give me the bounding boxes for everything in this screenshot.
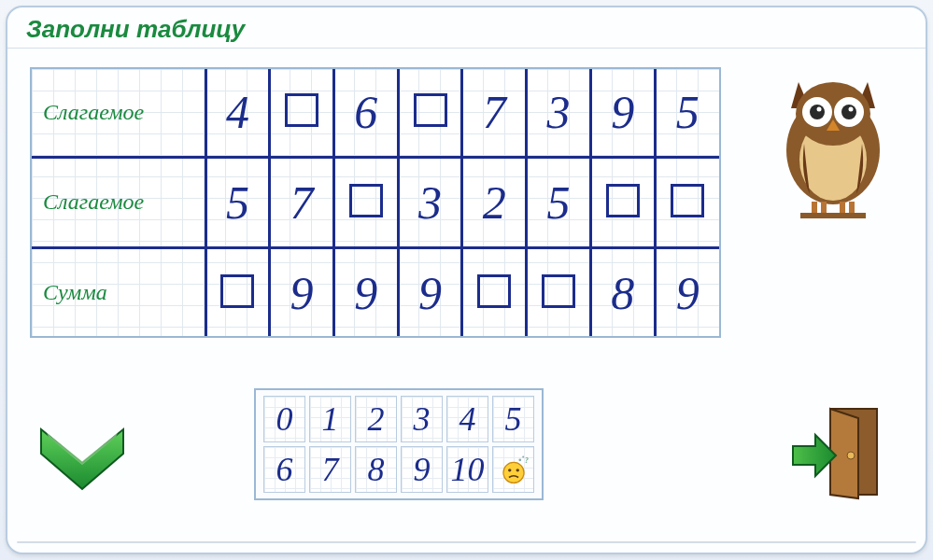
page-title: Заполни таблицу xyxy=(26,15,245,43)
cell-blank[interactable] xyxy=(655,157,719,247)
cell[interactable]: 7 xyxy=(270,157,334,247)
cell[interactable]: 5 xyxy=(655,69,719,157)
palette-row: 0 1 2 3 4 5 xyxy=(262,396,536,442)
exit-button[interactable] xyxy=(789,403,892,502)
owl-mascot-icon xyxy=(772,71,894,220)
palette-digit-5[interactable]: 5 xyxy=(492,396,534,442)
cell-blank[interactable] xyxy=(590,157,655,247)
row-label: Слагаемое xyxy=(32,69,205,157)
cell[interactable]: 6 xyxy=(333,69,398,157)
palette-digit-10[interactable]: 10 xyxy=(446,446,488,493)
cell[interactable]: 9 xyxy=(270,248,334,336)
palette-digit-4[interactable]: 4 xyxy=(446,396,488,442)
svg-point-7 xyxy=(810,105,825,119)
palette-digit-1[interactable]: 1 xyxy=(309,396,351,442)
math-table-container: Слагаемое 4 6 7 3 9 5 Слагаемое 5 7 3 2 xyxy=(30,67,721,338)
door-exit-icon xyxy=(789,403,892,502)
palette-digit-7[interactable]: 7 xyxy=(309,446,351,493)
svg-point-9 xyxy=(817,107,822,112)
bottom-divider xyxy=(17,541,916,543)
svg-point-17 xyxy=(502,462,523,483)
palette-digit-2[interactable]: 2 xyxy=(355,396,397,442)
svg-rect-13 xyxy=(821,202,827,215)
cell[interactable]: 9 xyxy=(333,248,398,336)
cell-blank[interactable] xyxy=(527,248,591,336)
svg-text:?: ? xyxy=(524,456,528,465)
check-chevron-icon xyxy=(34,422,131,493)
content-area: Слагаемое 4 6 7 3 9 5 Слагаемое 5 7 3 2 xyxy=(7,49,926,534)
cell[interactable]: 9 xyxy=(590,69,655,157)
cell-blank[interactable] xyxy=(270,69,334,157)
palette-digit-3[interactable]: 3 xyxy=(401,396,443,442)
cell[interactable]: 4 xyxy=(205,69,270,157)
cell-blank[interactable] xyxy=(398,69,462,157)
svg-rect-15 xyxy=(849,202,855,215)
title-bar: Заполни таблицу xyxy=(7,7,926,49)
cell-blank[interactable] xyxy=(333,157,398,247)
cell[interactable]: 7 xyxy=(462,69,527,157)
table-row-sum: Сумма 9 9 9 8 9 xyxy=(32,248,719,336)
check-button[interactable] xyxy=(34,422,131,493)
svg-point-10 xyxy=(849,107,854,112)
palette-row: 6 7 8 9 10 ? xyxy=(262,446,536,493)
svg-rect-14 xyxy=(840,202,845,215)
table-row-addend2: Слагаемое 5 7 3 2 5 xyxy=(32,157,719,247)
cell[interactable]: 3 xyxy=(527,69,591,157)
svg-point-20 xyxy=(518,458,521,461)
cell[interactable]: 5 xyxy=(527,157,591,247)
svg-point-8 xyxy=(841,105,856,119)
svg-point-27 xyxy=(847,452,855,459)
hint-button[interactable]: ? xyxy=(492,446,534,493)
table-row-addend1: Слагаемое 4 6 7 3 9 5 xyxy=(32,69,719,157)
palette-digit-6[interactable]: 6 xyxy=(263,446,305,493)
cell-blank[interactable] xyxy=(205,248,270,336)
svg-marker-23 xyxy=(41,429,123,489)
math-table: Слагаемое 4 6 7 3 9 5 Слагаемое 5 7 3 2 xyxy=(32,69,719,336)
palette-digit-0[interactable]: 0 xyxy=(263,396,305,442)
cell[interactable]: 5 xyxy=(205,157,270,247)
cell[interactable]: 8 xyxy=(590,248,655,336)
svg-point-19 xyxy=(516,469,518,471)
svg-rect-16 xyxy=(800,213,866,218)
cell[interactable]: 3 xyxy=(398,157,462,247)
cell[interactable]: 9 xyxy=(398,248,462,336)
thinking-face-icon: ? xyxy=(498,454,530,485)
row-label: Сумма xyxy=(32,248,205,336)
row-label: Слагаемое xyxy=(32,157,205,247)
svg-rect-12 xyxy=(812,202,817,215)
palette-digit-8[interactable]: 8 xyxy=(355,446,397,493)
app-panel: Заполни таблицу Слагаемое 4 6 7 3 9 5 Сл… xyxy=(6,6,927,554)
palette-digit-9[interactable]: 9 xyxy=(401,446,443,493)
cell-blank[interactable] xyxy=(462,248,527,336)
cell[interactable]: 2 xyxy=(462,157,527,247)
svg-point-18 xyxy=(508,469,511,471)
cell[interactable]: 9 xyxy=(655,248,719,336)
svg-point-21 xyxy=(522,455,524,457)
number-palette: 0 1 2 3 4 5 6 7 8 9 10 xyxy=(254,388,544,500)
